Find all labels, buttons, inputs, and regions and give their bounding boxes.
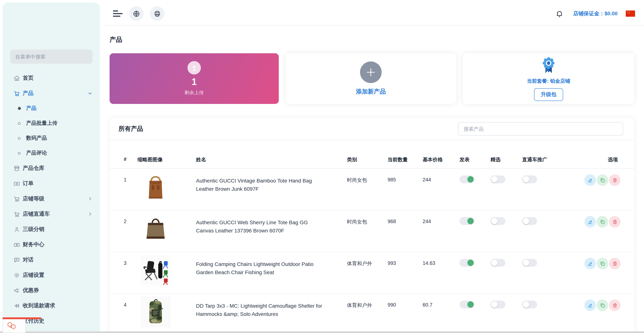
column-header: 精选 [490,140,522,168]
product-qty: 993 [388,252,422,266]
home-icon [14,75,20,81]
published-toggle[interactable] [460,217,474,225]
china-flag-icon[interactable] [626,10,635,17]
featured-toggle[interactable] [490,259,505,267]
sidebar-item-product-warehouse[interactable]: 产品仓库 [2,161,100,176]
sidebar-item-label: 数码产品 [26,135,47,142]
product-thumbnail[interactable] [138,169,196,202]
delete-button[interactable] [609,300,620,311]
sidebar-subitem-bulk-upload[interactable]: 产品批量上传 [2,116,100,131]
sidebar-item-label: 对话 [23,256,34,263]
sidebar-subitem-product-reviews[interactable]: 产品评论 [2,146,100,161]
upgrade-package-button[interactable]: 升级包 [534,88,563,101]
sidebar-item-coupons[interactable]: 优惠券 [2,283,100,298]
hamburger-menu-icon[interactable] [113,9,122,18]
duplicate-button[interactable] [597,300,608,311]
app-window: 首页 产品 产品 产品批量上传 数码产品 [0,0,644,333]
remaining-uploads-card[interactable]: 1 剩余上传 [110,53,279,104]
delete-button[interactable] [609,258,620,269]
main-content: 产品 1 剩余上传 添加新产品 [102,26,644,333]
product-thumbnail[interactable] [138,252,196,285]
sidebar-item-label: 店铺直通车 [23,210,50,218]
rewind-icon [14,302,20,309]
bullet-icon [18,122,20,125]
product-qty: 985 [388,169,422,183]
sidebar-item-store-level[interactable]: 店铺等级 [2,191,100,206]
printer-icon [153,10,161,17]
plan-badge-icon [540,56,557,76]
featured-toggle[interactable] [490,217,505,225]
globe-icon [132,10,140,17]
published-toggle[interactable] [460,259,474,267]
duplicate-button[interactable] [597,216,608,228]
sidebar-item-label: 店铺设置 [23,272,44,279]
column-header: 类别 [347,140,388,168]
gear-icon [14,272,20,279]
sidebar-item-label: 产品仓库 [23,165,44,172]
column-header: 基本价格 [422,140,460,168]
featured-toggle[interactable] [490,301,505,309]
chevron-down-icon [88,91,92,96]
language-globe-button[interactable] [129,6,144,21]
product-name[interactable]: Authentic GUCCI Web Sherry Line Tote Bag… [196,210,347,235]
published-toggle[interactable] [460,175,474,183]
bullet-icon [18,107,21,110]
sidebar-item-products[interactable]: 产品 [2,86,100,101]
sidebar-item-distribution[interactable]: 三级分销 [2,222,100,237]
edit-button[interactable] [584,258,596,269]
table-row: 2 Authentic GUCCI Web Sherry Line Tote B… [110,210,634,252]
sidebar-item-store-express[interactable]: 店铺直通车 [2,206,100,222]
sidebar-item-home[interactable]: 首页 [2,70,100,86]
column-header: 选项 [584,140,634,168]
product-thumbnail[interactable] [138,294,196,327]
remaining-uploads-label: 剩余上传 [184,89,204,96]
current-plan-label: 当前套餐: 铂金店铺 [527,78,570,84]
notifications-bell-icon[interactable] [555,9,564,18]
featured-toggle[interactable] [490,175,505,183]
edit-button[interactable] [584,174,596,186]
published-toggle[interactable] [460,301,474,309]
debugbar-badge[interactable] [2,317,41,333]
promoted-toggle[interactable] [522,301,537,309]
sidebar-item-conversations[interactable]: 对话 [2,252,100,268]
sidebar-subitem-digital-products[interactable]: 数码产品 [2,131,100,146]
sidebar-item-store-settings[interactable]: 店铺设置 [2,268,100,283]
promoted-toggle[interactable] [522,175,537,183]
edit-button[interactable] [584,216,596,228]
duplicate-button[interactable] [597,174,608,186]
edit-button[interactable] [584,300,596,311]
sidebar-item-orders[interactable]: 订单 [2,176,100,191]
product-category: 时尚女包 [347,169,388,184]
plus-icon [360,61,382,83]
all-products-panel: 所有产品 # 缩略图图像 姓名 类别 当前数量 基本价格 发表 精选 直通车推广… [110,118,634,333]
store-deposit-link[interactable]: 店铺保证金：$0.00 [573,10,618,17]
duplicate-button[interactable] [597,258,608,269]
print-button[interactable] [150,6,164,21]
column-header: 直通车推广 [522,140,584,168]
product-name[interactable]: Authentic GUCCI Vintage Bamboo Tote Hand… [196,169,347,193]
delete-button[interactable] [609,216,620,228]
add-new-product-label: 添加新产品 [356,88,386,96]
column-header: # [124,140,138,167]
sidebar-subitem-products[interactable]: 产品 [2,101,100,116]
page-title: 产品 [110,35,122,44]
sidebar-item-label: 三级分销 [23,226,44,233]
bottom-bar [0,331,644,333]
product-category: 体育和户外 [347,294,388,309]
product-search-input[interactable] [458,122,623,136]
add-new-product-card[interactable]: 添加新产品 [286,53,456,104]
sidebar-item-label: 产品 [23,90,34,97]
delete-button[interactable] [609,174,620,186]
sidebar-item-refund-requests[interactable]: 收到退款请求 [2,298,100,313]
product-thumbnail[interactable] [138,210,196,244]
cart-icon [14,90,20,97]
promoted-toggle[interactable] [522,259,537,267]
product-name[interactable]: DD Tarp 3x3 - MC: Lightweight Camouflage… [196,294,347,318]
bullet-icon [18,137,20,139]
product-name[interactable]: Folding Camping Chairs Lightweight Outdo… [196,252,347,277]
table-row: 3 [110,252,634,294]
promoted-toggle[interactable] [522,217,537,225]
sidebar-search-input[interactable] [10,49,92,64]
sidebar-item-label: 产品批量上传 [26,120,58,127]
sidebar-item-finance-center[interactable]: 财务中心 [2,237,100,252]
